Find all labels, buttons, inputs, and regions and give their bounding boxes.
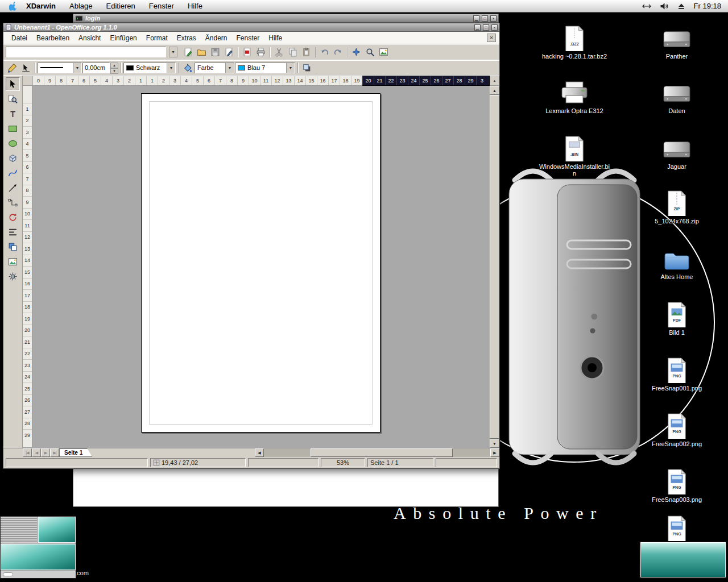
navigator-button[interactable] <box>350 45 363 59</box>
footer-button[interactable] <box>3 572 13 576</box>
redo-button[interactable] <box>332 45 345 59</box>
display-toggle-icon[interactable] <box>642 3 651 10</box>
first-page-button[interactable]: |◀ <box>23 448 32 457</box>
interaction-tool[interactable] <box>6 269 20 283</box>
volume-icon[interactable] <box>660 2 669 10</box>
horizontal-scroll-track[interactable] <box>264 448 490 457</box>
pdf-export-button[interactable] <box>241 45 254 59</box>
menu-extras[interactable]: Extras <box>172 32 201 44</box>
scroll-right-button[interactable]: ▶ <box>490 448 499 457</box>
partial-window-bottom-left[interactable] <box>0 516 76 579</box>
desktop-icon-windows-media-installer[interactable]: .BIN WindowsMediaInstaller.bin <box>537 134 611 177</box>
menu-datei[interactable]: Datei <box>7 32 32 44</box>
edit-points-button[interactable] <box>19 61 32 74</box>
lines-arrows-tool[interactable] <box>6 181 20 194</box>
last-page-button[interactable]: ▶| <box>50 448 59 457</box>
scroll-left-button[interactable]: ◀ <box>255 448 264 457</box>
connector-tool[interactable] <box>6 196 20 209</box>
new-doc-button[interactable] <box>181 45 195 59</box>
desktop-icon-altes-home[interactable]: Altes Home <box>640 244 714 280</box>
desktop-icon-daten[interactable]: Daten <box>640 78 714 114</box>
menu-editieren[interactable]: Editieren <box>100 2 142 10</box>
curve-tool[interactable] <box>6 166 20 180</box>
menu-bar-clock[interactable]: Fr 19:18 <box>694 2 721 10</box>
menu-aendern[interactable]: Ändern <box>201 32 232 44</box>
partial-window-bottom-right[interactable] <box>639 541 727 579</box>
maximize-button[interactable]: □ <box>483 24 489 31</box>
drawing-canvas[interactable] <box>32 86 490 448</box>
url-dropdown-button[interactable]: ▼ <box>169 47 177 57</box>
eject-icon[interactable] <box>677 2 685 10</box>
menu-bearbeiten[interactable]: Bearbeiten <box>32 32 74 44</box>
minimize-button[interactable]: ▁ <box>473 15 479 22</box>
fill-color-combobox[interactable]: Blau 7 ▼ <box>235 63 295 73</box>
rotate-tool[interactable] <box>6 210 20 224</box>
select-tool[interactable] <box>6 77 20 91</box>
ruler-corner-button[interactable]: ▲ <box>490 76 499 86</box>
line-style-combobox[interactable]: ▼ <box>38 63 82 73</box>
menu-format[interactable]: Format <box>142 32 172 44</box>
previous-page-button[interactable]: ◀ <box>32 448 41 457</box>
apple-menu[interactable] <box>7 1 19 11</box>
desktop-icon-zip[interactable]: ZIP 5_1024x768.zip <box>640 189 714 225</box>
print-button[interactable] <box>254 45 267 59</box>
undo-button[interactable] <box>318 45 331 59</box>
menu-hilfe[interactable]: Hilfe <box>181 2 209 10</box>
gallery-button[interactable] <box>377 45 390 59</box>
desktop-icon-panther[interactable]: Panther <box>640 24 714 60</box>
openoffice-titlebar[interactable]: Unbenannt1 - OpenOffice.org 1.1.0 ▁ □ × <box>3 23 499 32</box>
stepper-up-icon[interactable]: ▲ <box>110 63 118 68</box>
paste-button[interactable] <box>300 45 313 59</box>
horizontal-scroll-thumb[interactable] <box>311 448 453 457</box>
fill-style-combobox[interactable]: Farbe ▼ <box>195 63 234 73</box>
fill-color-dropdown[interactable]: ▼ <box>286 63 295 73</box>
drawing-page[interactable] <box>141 93 380 433</box>
line-style-dropdown[interactable]: ▼ <box>73 63 81 73</box>
shadow-button[interactable] <box>300 61 313 74</box>
insert-tool[interactable] <box>6 255 20 268</box>
menu-ansicht[interactable]: Ansicht <box>74 32 105 44</box>
line-color-dropdown[interactable]: ▼ <box>167 63 175 73</box>
login-titlebar[interactable]: login ▁ □ × <box>73 14 498 23</box>
arrange-tool[interactable] <box>6 240 20 253</box>
url-combobox[interactable] <box>6 47 166 57</box>
desktop-icon-jaguar[interactable]: Jaguar <box>640 134 714 170</box>
status-zoom-field[interactable]: 53% <box>321 458 365 467</box>
menu-hilfe[interactable]: Hilfe <box>264 32 287 44</box>
line-width-field[interactable] <box>82 63 110 73</box>
menu-ablage[interactable]: Ablage <box>63 2 99 10</box>
document-close-button[interactable]: × <box>487 34 496 42</box>
ellipse-tool[interactable] <box>6 136 20 150</box>
maximize-button[interactable]: □ <box>482 15 488 22</box>
desktop-icon-freesnap002[interactable]: PNG FreeSnap002.png <box>640 411 714 447</box>
menu-fenster[interactable]: Fenster <box>142 2 181 10</box>
pen-button[interactable] <box>6 61 19 74</box>
next-page-button[interactable]: ▶ <box>41 448 50 457</box>
minimize-button[interactable]: ▁ <box>474 24 481 31</box>
3d-objects-tool[interactable] <box>6 151 20 165</box>
save-button[interactable] <box>209 45 222 59</box>
page-tab-seite-1[interactable]: Seite 1 <box>59 448 92 457</box>
copy-button[interactable] <box>286 45 299 59</box>
menu-xdarwin[interactable]: XDarwin <box>19 2 63 10</box>
desktop-icon-hacking-tar-bz2[interactable]: .BZ2 hacking ~0.28.1.tar.bz2 <box>537 24 611 60</box>
desktop-icon-freesnap001[interactable]: PNG FreeSnap001.png <box>640 356 714 392</box>
close-button[interactable]: × <box>490 15 497 22</box>
line-width-stepper[interactable]: ▲ ▼ <box>110 63 118 73</box>
open-button[interactable] <box>195 45 208 59</box>
area-fill-button[interactable] <box>181 61 194 74</box>
desktop-icon-bild-1[interactable]: PDF Bild 1 <box>640 300 714 336</box>
rectangle-tool[interactable] <box>6 122 20 135</box>
desktop-icon-freesnap004[interactable]: PNG <box>640 514 714 543</box>
scroll-down-button[interactable]: ▼ <box>490 439 499 448</box>
edit-file-button[interactable] <box>222 45 235 59</box>
vertical-scrollbar[interactable]: ▲ ▼ <box>490 86 499 448</box>
cut-button[interactable] <box>272 45 286 59</box>
vertical-scroll-thumb[interactable] <box>490 95 499 439</box>
line-color-combobox[interactable]: Schwarz ▼ <box>123 63 176 73</box>
menu-einfuegen[interactable]: Einfügen <box>105 32 141 44</box>
close-button[interactable]: × <box>491 24 498 31</box>
scroll-up-button[interactable]: ▲ <box>490 86 499 95</box>
fill-style-dropdown[interactable]: ▼ <box>225 63 234 73</box>
desktop-icon-lexmark-printer[interactable]: Lexmark Optra E312 <box>537 78 611 114</box>
